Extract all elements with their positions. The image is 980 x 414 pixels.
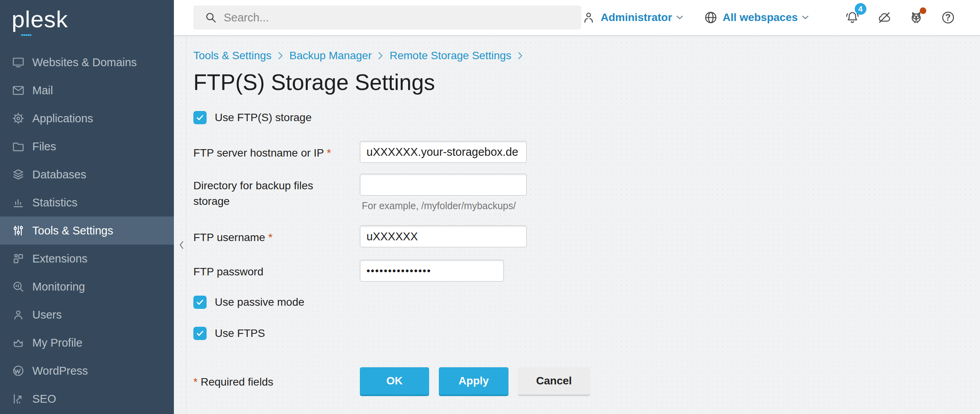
help-button[interactable] <box>940 9 957 26</box>
ftp-storage-form: Use FTP(S) storage FTP server hostname o… <box>193 111 980 396</box>
user-menu[interactable]: Administrator <box>581 10 683 25</box>
folder-icon <box>12 140 25 153</box>
extensions-grid-icon <box>12 252 25 265</box>
chevron-left-icon <box>179 240 184 250</box>
chevron-down-icon <box>802 15 809 20</box>
globe-icon <box>703 10 718 25</box>
gear-icon <box>12 112 25 125</box>
directory-hint: For example, /myfolder/mybackups/ <box>362 200 527 211</box>
sidebar-nav: Websites & Domains Mail Applications Fil… <box>0 48 174 413</box>
password-input[interactable] <box>360 260 504 282</box>
breadcrumb: Tools & Settings Backup Manager Remote S… <box>193 49 980 62</box>
cloud-slash-icon <box>877 10 892 25</box>
moon-icon <box>972 10 980 25</box>
search-box[interactable] <box>193 5 581 30</box>
sidebar-item-monitoring[interactable]: Monitoring <box>0 273 174 301</box>
sidebar-item-users[interactable]: Users <box>0 301 174 329</box>
cancel-button[interactable]: Cancel <box>518 367 590 396</box>
topbar: Administrator All webspaces 4 <box>174 0 980 35</box>
password-row: FTP password <box>193 260 980 282</box>
sidebar-item-my-profile[interactable]: My Profile <box>0 329 174 357</box>
sidebar-item-websites-domains[interactable]: Websites & Domains <box>0 48 174 76</box>
person-icon <box>581 10 596 25</box>
use-ftps-label: Use FTPS <box>215 327 265 340</box>
magnifier-pulse-icon <box>12 280 25 293</box>
form-buttons: OK Apply Cancel <box>360 367 590 396</box>
sidebar-collapse-button[interactable] <box>176 238 186 252</box>
hostname-input[interactable] <box>360 141 527 163</box>
required-asterisk: * <box>268 231 272 243</box>
page-title: FTP(S) Storage Settings <box>193 67 980 97</box>
question-mark-glyph <box>945 12 951 23</box>
wordpress-icon <box>12 364 25 377</box>
use-ftp-storage-label: Use FTP(S) storage <box>215 111 312 124</box>
breadcrumb-link-tools-settings[interactable]: Tools & Settings <box>193 49 272 62</box>
plesk-logo-text: plesk <box>12 7 174 32</box>
sidebar-item-applications[interactable]: Applications <box>0 104 174 132</box>
username-label: FTP username * <box>193 225 360 245</box>
dark-mode-button[interactable] <box>971 9 980 26</box>
sidebar-item-tools-settings[interactable]: Tools & Settings <box>0 217 174 245</box>
breadcrumb-separator-icon <box>517 51 523 60</box>
directory-input[interactable] <box>360 174 527 196</box>
form-footer: * Required fields OK Apply Cancel <box>193 367 980 396</box>
breadcrumb-separator-icon <box>278 51 283 60</box>
cloud-status-button[interactable] <box>876 9 893 26</box>
directory-row: Directory for backup files storage For e… <box>193 174 980 211</box>
content-divider <box>186 35 186 414</box>
sidebar-item-wordpress[interactable]: WordPress <box>0 357 174 385</box>
webspaces-menu[interactable]: All webspaces <box>703 10 809 25</box>
webspaces-menu-label: All webspaces <box>723 11 798 24</box>
password-label: FTP password <box>193 260 360 280</box>
use-ftp-storage-row: Use FTP(S) storage <box>193 111 980 124</box>
sidebar-item-extensions[interactable]: Extensions <box>0 245 174 273</box>
directory-label: Directory for backup files storage <box>193 174 360 209</box>
hostname-label: FTP server hostname or IP * <box>193 141 360 161</box>
sidebar-item-mail[interactable]: Mail <box>0 76 174 104</box>
extensions-owl-button[interactable] <box>908 9 925 26</box>
use-ftps-row: Use FTPS <box>193 327 980 340</box>
breadcrumb-link-backup-manager[interactable]: Backup Manager <box>289 49 372 62</box>
passive-mode-label: Use passive mode <box>215 296 304 308</box>
apply-button[interactable]: Apply <box>439 367 508 396</box>
username-row: FTP username * <box>193 225 980 247</box>
sidebar-item-seo[interactable]: SEO <box>0 385 174 413</box>
required-asterisk: * <box>327 147 331 159</box>
use-ftp-storage-checkbox[interactable] <box>193 111 207 124</box>
breadcrumb-link-remote-storage-settings[interactable]: Remote Storage Settings <box>389 49 511 62</box>
passive-mode-row: Use passive mode <box>193 296 980 309</box>
update-dot-badge <box>920 7 926 14</box>
user-menu-label: Administrator <box>601 11 672 24</box>
notifications-button[interactable]: 4 <box>844 9 861 26</box>
required-asterisk: * <box>193 376 198 388</box>
sidebar-item-files[interactable]: Files <box>0 132 174 160</box>
mail-icon <box>12 84 25 97</box>
chevron-down-icon <box>676 15 683 20</box>
bar-chart-icon <box>12 196 25 209</box>
required-fields-note: * Required fields <box>193 367 360 388</box>
monitor-icon <box>12 56 25 69</box>
ok-button[interactable]: OK <box>360 367 429 396</box>
sidebar-item-databases[interactable]: Databases <box>0 160 174 189</box>
check-icon <box>196 329 204 338</box>
plesk-logo-underline <box>21 34 32 36</box>
notifications-badge: 4 <box>855 3 866 15</box>
topbar-right: Administrator All webspaces 4 <box>581 9 980 26</box>
use-ftps-checkbox[interactable] <box>193 327 207 340</box>
user-icon <box>12 308 25 321</box>
sidebar: plesk Websites & Domains Mail Applicatio… <box>0 0 174 414</box>
plesk-logo[interactable]: plesk <box>0 0 174 48</box>
search-icon <box>204 11 217 24</box>
passive-mode-checkbox[interactable] <box>193 296 207 309</box>
username-input[interactable] <box>360 225 527 247</box>
page-content: Tools & Settings Backup Manager Remote S… <box>174 35 980 414</box>
search-input[interactable] <box>224 11 573 24</box>
crown-icon <box>12 336 25 349</box>
check-icon <box>196 298 204 307</box>
database-layers-icon <box>12 168 25 181</box>
sidebar-item-statistics[interactable]: Statistics <box>0 189 174 217</box>
hostname-row: FTP server hostname or IP * <box>193 141 980 163</box>
main-column: Administrator All webspaces 4 <box>174 0 980 414</box>
check-icon <box>196 113 204 122</box>
breadcrumb-separator-icon <box>378 51 383 60</box>
